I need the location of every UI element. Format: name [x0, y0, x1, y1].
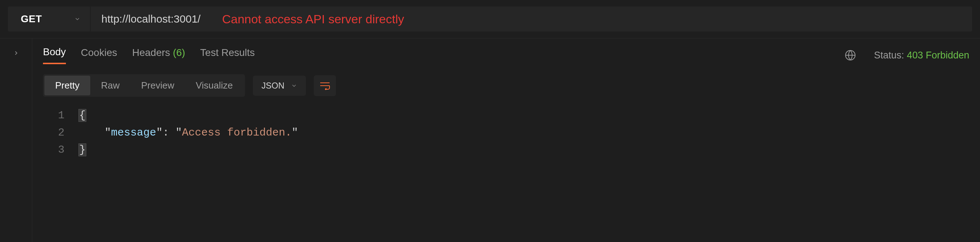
format-label: JSON [261, 81, 285, 91]
json-brace-open: { [79, 109, 86, 121]
response-tabs: Body Cookies Headers (6) Test Results St… [43, 46, 969, 64]
wrap-lines-button[interactable] [314, 75, 336, 96]
viewmode-pretty[interactable]: Pretty [45, 76, 90, 96]
tab-test-results[interactable]: Test Results [200, 47, 255, 64]
line-number: 1 [43, 107, 79, 124]
chevron-down-icon [291, 83, 297, 89]
json-brace-close: } [79, 144, 86, 156]
line-number: 2 [43, 124, 79, 141]
tab-body[interactable]: Body [43, 46, 66, 64]
line-number: 3 [43, 141, 79, 158]
tab-headers-label: Headers [132, 47, 170, 58]
url-input[interactable]: http://localhost:3001/ [101, 13, 200, 25]
viewmode-visualize[interactable]: Visualize [185, 76, 243, 96]
viewmode-raw[interactable]: Raw [90, 76, 130, 96]
http-method-label: GET [21, 13, 42, 25]
code-line: 2 "message": "Access forbidden." [43, 124, 969, 141]
response-body[interactable]: 1 { 2 "message": "Access forbidden." 3 } [43, 107, 969, 158]
status-label: Status: [874, 50, 904, 61]
json-value: Access forbidden. [182, 127, 291, 139]
colon: : [162, 127, 175, 139]
tab-cookies[interactable]: Cookies [81, 47, 117, 64]
response-collapse-gutter [0, 38, 32, 242]
url-input-wrapper: http://localhost:3001/ Cannot access API… [91, 6, 972, 32]
code-line: 1 { [43, 107, 969, 124]
request-bar: GET http://localhost:3001/ Cannot access… [0, 0, 980, 38]
headers-count: (6) [173, 47, 185, 58]
http-method-select[interactable]: GET [8, 6, 90, 32]
json-key: message [111, 127, 156, 139]
globe-icon[interactable] [845, 49, 856, 61]
tab-headers[interactable]: Headers (6) [132, 47, 185, 64]
indent [79, 127, 105, 139]
annotation-text: Cannot access API server directly [222, 12, 404, 26]
viewmode-preview[interactable]: Preview [130, 76, 185, 96]
viewmode-group: Pretty Raw Preview Visualize [43, 74, 245, 97]
response-section: Body Cookies Headers (6) Test Results St… [0, 38, 980, 242]
code-line: 3 } [43, 141, 969, 158]
chevron-down-icon [74, 16, 81, 22]
wrap-icon [320, 81, 330, 90]
status-block: Status: 403 Forbidden [874, 49, 969, 61]
format-select[interactable]: JSON [253, 76, 306, 96]
response-main: Body Cookies Headers (6) Test Results St… [32, 38, 980, 242]
chevron-right-icon[interactable] [13, 50, 19, 56]
status-value: 403 Forbidden [907, 50, 969, 61]
viewmode-row: Pretty Raw Preview Visualize JSON [43, 74, 969, 97]
